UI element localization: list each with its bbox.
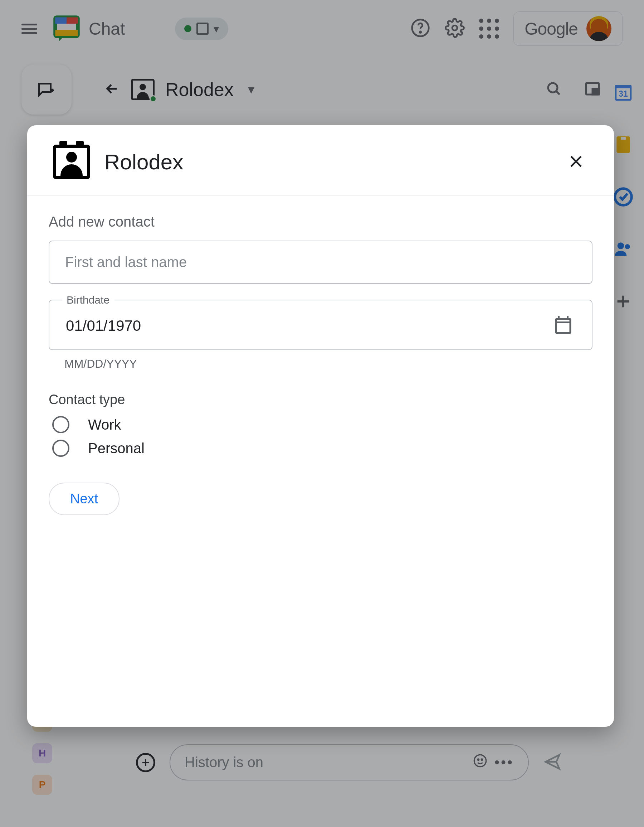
section-title: Add new contact: [49, 214, 593, 230]
contact-name-input[interactable]: [49, 240, 593, 284]
birthdate-label: Birthdate: [62, 294, 115, 306]
next-button[interactable]: Next: [49, 482, 120, 515]
birthdate-helper: MM/DD/YYYY: [64, 357, 593, 371]
dialog-body: Add new contact Birthdate MM/DD/YYYY Con…: [27, 196, 614, 533]
rolodex-app-icon: [53, 145, 90, 179]
dialog-header: Rolodex: [27, 125, 614, 196]
close-icon: [568, 153, 585, 170]
radio-label: Personal: [88, 440, 145, 456]
close-button[interactable]: [564, 149, 588, 175]
contact-type-option-personal[interactable]: Personal: [49, 440, 593, 457]
calendar-icon: [552, 314, 574, 336]
radio-label: Work: [88, 417, 121, 433]
radio-personal[interactable]: [52, 440, 69, 457]
contact-type-label: Contact type: [49, 392, 593, 407]
date-picker-button[interactable]: [550, 314, 576, 337]
radio-work[interactable]: [52, 416, 69, 433]
dialog-title: Rolodex: [104, 150, 549, 174]
birthdate-input[interactable]: [65, 317, 550, 335]
contact-type-option-work[interactable]: Work: [49, 416, 593, 433]
birthdate-field[interactable]: Birthdate: [49, 300, 593, 350]
add-contact-dialog: Rolodex Add new contact Birthdate MM/DD/…: [27, 125, 614, 727]
